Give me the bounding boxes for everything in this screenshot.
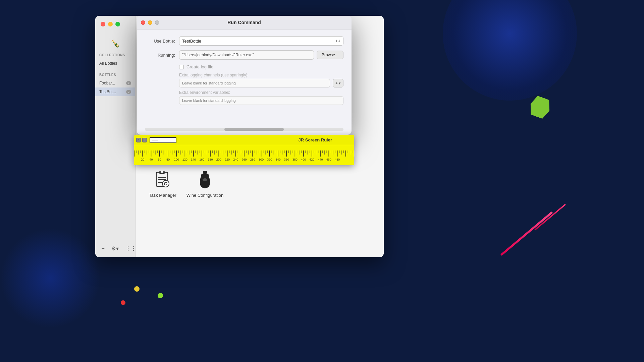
svg-text:340: 340 bbox=[275, 158, 280, 161]
ruler-title: JR Screen Ruler bbox=[299, 137, 332, 142]
svg-rect-2 bbox=[158, 177, 166, 178]
ruler-titlebar: × − —— JR Screen Ruler bbox=[134, 135, 354, 145]
task-manager-icon bbox=[153, 170, 173, 190]
svg-text:160: 160 bbox=[199, 158, 204, 161]
sidebar: 🍾 COLLECTIONS All Bottles BOTTLES Foobar… bbox=[95, 16, 136, 257]
svg-text:420: 420 bbox=[309, 158, 314, 161]
ruler-ticks-svg: 2040608010012014016018020022024026028030… bbox=[134, 150, 354, 165]
svg-text:120: 120 bbox=[182, 158, 187, 161]
add-channel-button[interactable]: + ▾ bbox=[333, 79, 343, 87]
env-vars-row bbox=[179, 96, 343, 105]
bg-red-dot bbox=[121, 300, 125, 305]
bg-line-1 bbox=[500, 211, 553, 256]
bottles-icon: 🍾 bbox=[111, 39, 120, 48]
select-arrow-icon: ⬆⬇ bbox=[335, 39, 340, 43]
use-bottle-label: Use Bottle: bbox=[145, 39, 175, 44]
settings-button[interactable]: ⚙▾ bbox=[109, 244, 121, 253]
dialog-minimize-button[interactable] bbox=[148, 20, 152, 25]
create-log-label: Create log file bbox=[186, 64, 213, 69]
svg-text:60: 60 bbox=[158, 158, 161, 161]
svg-text:380: 380 bbox=[292, 158, 298, 161]
task-manager-tool[interactable]: Task Manager bbox=[149, 170, 176, 198]
ruler-window: × − —— JR Screen Ruler 20406080100120140… bbox=[134, 135, 354, 165]
browse-button[interactable]: Browse... bbox=[317, 51, 343, 59]
dialog-close-button[interactable] bbox=[141, 20, 145, 25]
svg-point-9 bbox=[203, 178, 207, 181]
extra-logging-section: Extra logging channels (use sparingly): … bbox=[179, 73, 343, 105]
foobar-badge: 7 bbox=[126, 81, 131, 85]
svg-text:360: 360 bbox=[284, 158, 289, 161]
svg-text:80: 80 bbox=[166, 158, 170, 161]
use-bottle-row: Use Bottle: TestBottle ⬆⬇ bbox=[145, 36, 343, 46]
bg-circle-2 bbox=[0, 228, 101, 328]
bg-circle-1 bbox=[443, 0, 577, 101]
wine-bottle-icon bbox=[195, 170, 215, 190]
wine-config-label: Wine Configuration bbox=[186, 193, 224, 198]
dialog-title: Run Command bbox=[227, 20, 261, 25]
extra-env-label: Extra environment variables: bbox=[179, 90, 343, 95]
sidebar-item-testbot[interactable]: TestBot... 2 bbox=[95, 87, 135, 96]
wine-config-tool[interactable]: Wine Configuration bbox=[186, 170, 224, 198]
ruler-close-button[interactable]: × bbox=[136, 138, 141, 142]
dialog-titlebar: Run Command bbox=[137, 16, 352, 29]
dialog-scrollbar[interactable] bbox=[145, 128, 343, 131]
svg-text:280: 280 bbox=[250, 158, 255, 161]
window-maximize-button[interactable] bbox=[115, 22, 120, 26]
ruler-minimize-button[interactable]: − bbox=[142, 138, 147, 142]
bg-yellow-dot bbox=[134, 286, 140, 292]
svg-text:460: 460 bbox=[326, 158, 331, 161]
bottles-section-label: BOTTLES bbox=[95, 73, 135, 77]
add-bottle-button[interactable]: +▾ bbox=[95, 244, 97, 253]
svg-text:480: 480 bbox=[335, 158, 340, 161]
sidebar-item-all-bottles[interactable]: All Bottles bbox=[95, 59, 135, 68]
create-log-row: Create log file bbox=[179, 64, 343, 69]
running-input[interactable] bbox=[179, 50, 314, 60]
svg-text:220: 220 bbox=[225, 158, 230, 161]
svg-text:260: 260 bbox=[241, 158, 247, 161]
dialog-scrollbar-thumb bbox=[224, 128, 284, 131]
svg-text:40: 40 bbox=[149, 158, 153, 161]
logging-channels-row: + ▾ bbox=[179, 79, 343, 87]
logging-channels-input[interactable] bbox=[179, 79, 330, 87]
svg-text:440: 440 bbox=[318, 158, 323, 161]
use-bottle-select[interactable]: TestBottle ⬆⬇ bbox=[179, 36, 343, 46]
svg-rect-8 bbox=[203, 171, 207, 174]
ruler-position-input[interactable]: —— bbox=[150, 137, 176, 143]
remove-bottle-button[interactable]: − bbox=[100, 244, 107, 253]
dialog-body: Use Bottle: TestBottle ⬆⬇ Running: Brows… bbox=[137, 29, 352, 114]
bg-green-shape bbox=[527, 95, 553, 120]
task-manager-label: Task Manager bbox=[149, 193, 176, 198]
svg-text:320: 320 bbox=[267, 158, 272, 161]
svg-point-6 bbox=[162, 180, 169, 187]
create-log-checkbox[interactable] bbox=[179, 65, 184, 69]
svg-text:240: 240 bbox=[233, 158, 238, 161]
window-minimize-button[interactable] bbox=[108, 22, 113, 26]
dialog-maximize-button[interactable] bbox=[155, 20, 159, 25]
env-vars-input[interactable] bbox=[179, 96, 343, 105]
sidebar-item-foobar[interactable]: Foobar... 7 bbox=[95, 79, 135, 87]
collections-section-label: COLLECTIONS bbox=[95, 53, 135, 57]
svg-text:20: 20 bbox=[141, 158, 144, 161]
window-controls bbox=[101, 22, 120, 26]
svg-text:180: 180 bbox=[208, 158, 213, 161]
window-close-button[interactable] bbox=[101, 22, 105, 26]
svg-text:100: 100 bbox=[174, 158, 179, 161]
svg-text:200: 200 bbox=[216, 158, 221, 161]
running-row: Running: Browse... bbox=[145, 50, 343, 60]
running-label: Running: bbox=[145, 53, 175, 58]
testbot-badge: 2 bbox=[126, 90, 131, 94]
svg-rect-5 bbox=[160, 171, 164, 173]
run-command-dialog: Run Command Use Bottle: TestBottle ⬆⬇ Ru… bbox=[137, 16, 352, 135]
svg-text:140: 140 bbox=[191, 158, 196, 161]
svg-text:300: 300 bbox=[259, 158, 264, 161]
svg-text:400: 400 bbox=[301, 158, 306, 161]
dialog-window-controls bbox=[141, 20, 159, 25]
extra-logging-label: Extra logging channels (use sparingly): bbox=[179, 73, 343, 77]
bg-lime-dot bbox=[158, 293, 163, 298]
bg-line-2 bbox=[534, 204, 566, 231]
ruler-scale: 2040608010012014016018020022024026028030… bbox=[134, 148, 354, 165]
